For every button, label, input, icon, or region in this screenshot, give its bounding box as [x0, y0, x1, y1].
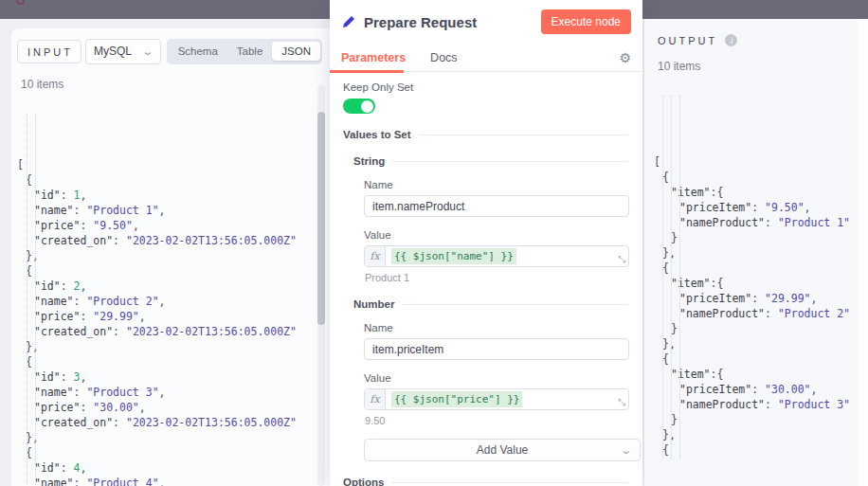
number-value-input[interactable]: fx {{ $json["price"] }} ⤡ [364, 388, 629, 410]
output-panel-title: OUTPUT [658, 35, 717, 46]
node-title[interactable]: Prepare Request [364, 14, 541, 30]
add-value-button[interactable]: Add Value ⌄ [364, 439, 641, 461]
dialog-header: Prepare Request Execute node [330, 0, 642, 34]
values-to-set-header: Values to Set [343, 129, 627, 140]
tab-schema[interactable]: Schema [169, 42, 227, 61]
dialog-tabs: Parameters Docs ⚙ [330, 44, 642, 72]
divider [391, 482, 627, 483]
tab-docs[interactable]: Docs [430, 51, 457, 64]
info-icon[interactable]: i [725, 34, 737, 46]
value-label: Value [364, 229, 627, 241]
expand-icon[interactable]: ⤡ [618, 397, 625, 408]
toggle-knob [361, 100, 373, 113]
indent-guide [662, 96, 663, 459]
output-scrollbar-track[interactable] [858, 19, 868, 486]
divider [402, 304, 627, 305]
active-tab-underline [330, 70, 404, 73]
indent-guide [27, 114, 27, 486]
number-group-fields: Name item.priceItem Value fx {{ $json["p… [364, 322, 627, 426]
gear-icon[interactable]: ⚙ [619, 51, 631, 64]
node-settings-dialog: Prepare Request Execute node Parameters … [330, 0, 642, 486]
indent-guide [35, 114, 36, 486]
group-number-header: Number [353, 298, 627, 310]
tab-parameters[interactable]: Parameters [341, 51, 406, 64]
tab-json[interactable]: JSON [272, 42, 320, 61]
string-value-input[interactable]: fx {{ $json["name"] }} ⤡ [364, 245, 629, 267]
string-name-input[interactable]: item.nameProduct [364, 195, 629, 217]
group-string-header: String [353, 155, 627, 167]
input-panel: INPUT MySQL ⌄ Schema Table JSON 10 items… [11, 28, 330, 486]
output-items-count: 10 items [644, 46, 868, 73]
parameters-body: Keep Only Set Values to Set String Name … [330, 72, 642, 486]
number-name-input[interactable]: item.priceItem [364, 338, 629, 360]
indent-guide [679, 96, 680, 459]
input-source-select[interactable]: MySQL ⌄ [85, 39, 161, 64]
execute-node-button[interactable]: Execute node [541, 9, 631, 34]
number-expression[interactable]: {{ $json["price"] }} [391, 391, 522, 407]
input-json-view: [{"id": 1,"name": "Product 1","price": "… [11, 97, 330, 486]
string-group-fields: Name item.nameProduct Value fx {{ $json[… [364, 179, 627, 283]
number-value-hint: 9.50 [365, 415, 627, 426]
expand-icon[interactable]: ⤡ [618, 254, 625, 265]
divider [392, 161, 627, 162]
output-panel: OUTPUT i 10 items [{"item":{"priceItem":… [644, 19, 868, 486]
divider [419, 135, 627, 135]
input-items-count: 10 items [11, 64, 330, 91]
input-view-tabs: Schema Table JSON [167, 39, 322, 64]
name-label: Name [364, 179, 627, 190]
input-source-value: MySQL [94, 45, 132, 58]
chevron-down-icon: ⌄ [142, 46, 154, 57]
chevron-down-icon: ⌄ [620, 445, 632, 456]
options-header: Options [343, 477, 627, 486]
canvas-node-badge [16, 0, 25, 5]
value-label: Value [364, 372, 627, 384]
keep-only-set-label: Keep Only Set [343, 81, 627, 93]
string-expression[interactable]: {{ $json["name"] }} [391, 248, 516, 264]
input-panel-title: INPUT [17, 40, 81, 63]
output-panel-header: OUTPUT i [644, 19, 868, 46]
indent-guide [671, 96, 672, 459]
string-value-hint: Product 1 [365, 272, 627, 283]
pencil-icon [341, 14, 356, 29]
fx-icon: fx [365, 389, 386, 409]
output-json-view: [{"item":{"priceItem": "9.50","nameProdu… [644, 79, 868, 459]
fx-icon: fx [365, 246, 386, 266]
input-scrollbar-thumb[interactable] [317, 112, 325, 325]
input-panel-header: INPUT MySQL ⌄ Schema Table JSON [11, 28, 330, 64]
name-label: Name [364, 322, 627, 333]
tab-table[interactable]: Table [227, 42, 273, 61]
keep-only-set-toggle[interactable] [343, 99, 375, 114]
